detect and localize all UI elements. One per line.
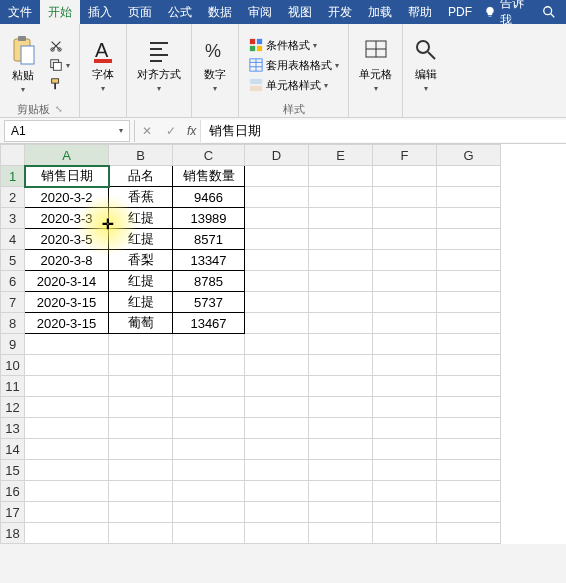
cell-G13[interactable]: [437, 418, 501, 439]
cell-D8[interactable]: [245, 313, 309, 334]
cell-E18[interactable]: [309, 523, 373, 544]
cell-B4[interactable]: 红提: [109, 229, 173, 250]
cell-B8[interactable]: 葡萄: [109, 313, 173, 334]
cell-F9[interactable]: [373, 334, 437, 355]
cell-C5[interactable]: 13347: [173, 250, 245, 271]
row-header-12[interactable]: 12: [1, 397, 25, 418]
cell-G18[interactable]: [437, 523, 501, 544]
cell-G6[interactable]: [437, 271, 501, 292]
cell-F14[interactable]: [373, 439, 437, 460]
cell-D18[interactable]: [245, 523, 309, 544]
cell-E7[interactable]: [309, 292, 373, 313]
cell-C4[interactable]: 8571: [173, 229, 245, 250]
cell-E13[interactable]: [309, 418, 373, 439]
row-header-5[interactable]: 5: [1, 250, 25, 271]
cell-C11[interactable]: [173, 376, 245, 397]
col-header-E[interactable]: E: [309, 145, 373, 166]
cell-A1[interactable]: 销售日期: [25, 166, 109, 187]
col-header-G[interactable]: G: [437, 145, 501, 166]
cell-D1[interactable]: [245, 166, 309, 187]
cell-A7[interactable]: 2020-3-15: [25, 292, 109, 313]
tab-数据[interactable]: 数据: [200, 0, 240, 24]
cell-C13[interactable]: [173, 418, 245, 439]
col-header-B[interactable]: B: [109, 145, 173, 166]
cell-B2[interactable]: 香蕉: [109, 187, 173, 208]
tab-开始[interactable]: 开始: [40, 0, 80, 24]
cell-F15[interactable]: [373, 460, 437, 481]
row-header-14[interactable]: 14: [1, 439, 25, 460]
paste-button[interactable]: 粘贴 ▾: [6, 34, 40, 96]
row-header-8[interactable]: 8: [1, 313, 25, 334]
cell-D17[interactable]: [245, 502, 309, 523]
cell-B10[interactable]: [109, 355, 173, 376]
col-header-C[interactable]: C: [173, 145, 245, 166]
row-header-3[interactable]: 3: [1, 208, 25, 229]
row-header-17[interactable]: 17: [1, 502, 25, 523]
row-header-13[interactable]: 13: [1, 418, 25, 439]
cell-E4[interactable]: [309, 229, 373, 250]
cell-D6[interactable]: [245, 271, 309, 292]
cut-button[interactable]: [46, 38, 73, 54]
cell-A9[interactable]: [25, 334, 109, 355]
tab-公式[interactable]: 公式: [160, 0, 200, 24]
align-button[interactable]: 对齐方式 ▾: [133, 35, 185, 95]
cell-C15[interactable]: [173, 460, 245, 481]
cell-F17[interactable]: [373, 502, 437, 523]
cell-A4[interactable]: 2020-3-5: [25, 229, 109, 250]
cell-A2[interactable]: 2020-3-2: [25, 187, 109, 208]
cell-E5[interactable]: [309, 250, 373, 271]
row-header-16[interactable]: 16: [1, 481, 25, 502]
cell-A16[interactable]: [25, 481, 109, 502]
cell-B17[interactable]: [109, 502, 173, 523]
cell-G11[interactable]: [437, 376, 501, 397]
cell-B12[interactable]: [109, 397, 173, 418]
cell-G1[interactable]: [437, 166, 501, 187]
cell-A11[interactable]: [25, 376, 109, 397]
cell-C6[interactable]: 8785: [173, 271, 245, 292]
row-header-18[interactable]: 18: [1, 523, 25, 544]
cell-G15[interactable]: [437, 460, 501, 481]
cell-A15[interactable]: [25, 460, 109, 481]
font-button[interactable]: A 字体 ▾: [86, 35, 120, 95]
cell-G2[interactable]: [437, 187, 501, 208]
cell-D9[interactable]: [245, 334, 309, 355]
cell-G9[interactable]: [437, 334, 501, 355]
cells-button[interactable]: 单元格 ▾: [355, 35, 396, 95]
cell-E6[interactable]: [309, 271, 373, 292]
cell-E10[interactable]: [309, 355, 373, 376]
row-header-2[interactable]: 2: [1, 187, 25, 208]
conditional-format-button[interactable]: 条件格式▾: [246, 37, 320, 54]
cell-G14[interactable]: [437, 439, 501, 460]
cell-B16[interactable]: [109, 481, 173, 502]
cell-C10[interactable]: [173, 355, 245, 376]
cell-G10[interactable]: [437, 355, 501, 376]
cell-G8[interactable]: [437, 313, 501, 334]
fx-icon[interactable]: fx: [183, 124, 200, 138]
cell-G4[interactable]: [437, 229, 501, 250]
cell-E9[interactable]: [309, 334, 373, 355]
cell-D7[interactable]: [245, 292, 309, 313]
cell-A5[interactable]: 2020-3-8: [25, 250, 109, 271]
row-header-9[interactable]: 9: [1, 334, 25, 355]
cell-G17[interactable]: [437, 502, 501, 523]
cell-G16[interactable]: [437, 481, 501, 502]
cell-G5[interactable]: [437, 250, 501, 271]
format-as-table-button[interactable]: 套用表格格式▾: [246, 57, 342, 74]
cell-E12[interactable]: [309, 397, 373, 418]
tab-插入[interactable]: 插入: [80, 0, 120, 24]
cell-A8[interactable]: 2020-3-15: [25, 313, 109, 334]
cell-D10[interactable]: [245, 355, 309, 376]
name-box[interactable]: A1 ▾: [4, 120, 130, 142]
cell-D11[interactable]: [245, 376, 309, 397]
cell-C7[interactable]: 5737: [173, 292, 245, 313]
cell-C8[interactable]: 13467: [173, 313, 245, 334]
cell-D15[interactable]: [245, 460, 309, 481]
copy-button[interactable]: ▾: [46, 57, 73, 73]
cell-D2[interactable]: [245, 187, 309, 208]
cell-C17[interactable]: [173, 502, 245, 523]
cell-F7[interactable]: [373, 292, 437, 313]
cell-E14[interactable]: [309, 439, 373, 460]
row-header-1[interactable]: 1: [1, 166, 25, 187]
search-icon[interactable]: [532, 5, 566, 19]
cell-B7[interactable]: 红提: [109, 292, 173, 313]
